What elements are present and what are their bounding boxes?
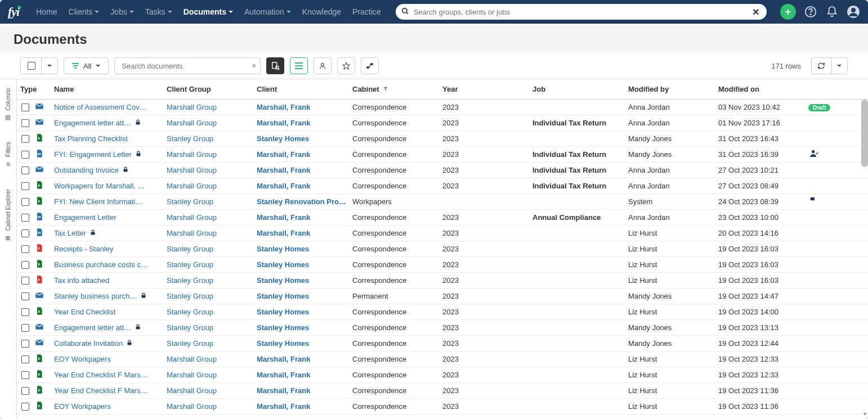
table-row[interactable]: XTax Planning ChecklistStanley GroupStan…: [17, 131, 868, 147]
rail-columns[interactable]: ⊞ Columns: [5, 85, 11, 125]
doc-name[interactable]: Year End Checklist F Mars…: [54, 371, 147, 379]
client-group[interactable]: Stanley Group: [167, 197, 257, 206]
table-row[interactable]: Engagement letter att…Stanley GroupStanl…: [17, 320, 868, 336]
nav-automation[interactable]: Automation: [239, 4, 297, 20]
row-checkbox[interactable]: [21, 198, 29, 206]
doc-name[interactable]: Collaborate Invitation: [54, 339, 123, 348]
client-group[interactable]: Marshall Group: [167, 119, 257, 127]
nav-documents[interactable]: Documents: [178, 4, 239, 20]
doc-name[interactable]: Engagement letter att…: [54, 119, 131, 127]
doc-name[interactable]: Year End Checklist: [54, 308, 115, 316]
rail-cabinet-explorer[interactable]: ≣ Cabinet Explorer: [5, 186, 11, 245]
client[interactable]: Stanley Homes: [257, 308, 352, 316]
table-row[interactable]: Outstanding InvoiceMarshall GroupMarshal…: [17, 163, 868, 178]
row-checkbox[interactable]: [21, 324, 29, 332]
client[interactable]: Stanley Homes: [257, 260, 352, 269]
notifications-icon[interactable]: [825, 5, 839, 19]
client-group[interactable]: Stanley Group: [167, 134, 257, 143]
client[interactable]: Marshall, Frank: [257, 103, 352, 111]
column-header[interactable]: Client Group: [167, 85, 257, 93]
favorite-filter-button[interactable]: [337, 57, 355, 74]
client-group[interactable]: Marshall Group: [167, 150, 257, 159]
global-search-input[interactable]: [396, 4, 767, 20]
doc-name[interactable]: Tax info attached: [54, 276, 109, 285]
help-icon[interactable]: [804, 5, 817, 19]
add-button[interactable]: +: [780, 4, 796, 20]
client[interactable]: Stanley Homes: [257, 323, 352, 332]
column-header[interactable]: Client: [257, 85, 352, 93]
table-row[interactable]: XFYI: New Client Informati…Stanley Group…: [17, 194, 868, 210]
scroll-down-button[interactable]: ▾: [861, 408, 868, 418]
column-header[interactable]: Year: [442, 85, 533, 93]
table-row[interactable]: PReceipts - StanleyStanley GroupStanley …: [17, 241, 868, 257]
table-row[interactable]: XYear End ChecklistStanley GroupStanley …: [17, 304, 868, 320]
row-checkbox[interactable]: [21, 371, 29, 379]
table-row[interactable]: WEngagement LetterMarshall GroupMarshall…: [17, 210, 868, 226]
doc-name[interactable]: Engagement letter att…: [54, 323, 131, 332]
column-header[interactable]: Modified on: [718, 85, 808, 93]
doc-name[interactable]: Business purchase costs c…: [54, 260, 148, 269]
table-row[interactable]: Stanley business purch…Stanley GroupStan…: [17, 289, 868, 304]
nav-knowledge[interactable]: Knowledge: [297, 4, 347, 20]
client-group[interactable]: Marshall Group: [167, 355, 257, 363]
client[interactable]: Stanley Homes: [257, 276, 352, 285]
table-row[interactable]: XEOY WorkpapersMarshall GroupMarshall, F…: [17, 352, 868, 367]
client-group[interactable]: Marshall Group: [167, 182, 257, 190]
column-header[interactable]: Modified by: [628, 85, 718, 93]
row-checkbox[interactable]: [21, 308, 29, 316]
select-all-checkbox[interactable]: [21, 58, 41, 74]
client-group[interactable]: Stanley Group: [167, 339, 257, 348]
column-header[interactable]: Cabinet: [352, 85, 442, 93]
client-group[interactable]: Marshall Group: [167, 103, 257, 111]
client-group[interactable]: Stanley Group: [167, 260, 257, 269]
client[interactable]: Marshall, Frank: [257, 182, 352, 190]
table-row[interactable]: Engagement letter att…Marshall GroupMars…: [17, 115, 868, 131]
row-checkbox[interactable]: [21, 229, 29, 237]
table-row[interactable]: XYear End Checklist F Mars…Marshall Grou…: [17, 367, 868, 383]
row-checkbox[interactable]: [21, 214, 29, 222]
row-checkbox[interactable]: [21, 387, 29, 395]
client[interactable]: Stanley Homes: [257, 339, 352, 348]
row-checkbox[interactable]: [21, 103, 29, 111]
user-avatar-icon[interactable]: [847, 5, 860, 19]
table-row[interactable]: XWorkpapers for Marshall, …Marshall Grou…: [17, 178, 868, 194]
client-group[interactable]: Stanley Group: [167, 276, 257, 285]
nav-tasks[interactable]: Tasks: [140, 4, 178, 20]
refresh-dropdown[interactable]: [831, 58, 847, 74]
table-row[interactable]: XEOY WorkpapersMarshall GroupMarshall, F…: [17, 399, 868, 415]
client-group[interactable]: Marshall Group: [167, 386, 257, 395]
client-group[interactable]: Stanley Group: [167, 245, 257, 253]
table-row[interactable]: WFYI: Engagement LetterMarshall GroupMar…: [17, 147, 868, 163]
client-group[interactable]: Stanley Group: [167, 323, 257, 332]
doc-name[interactable]: Tax Planning Checklist: [54, 134, 128, 143]
table-row[interactable]: Collaborate InvitationStanley GroupStanl…: [17, 336, 868, 352]
row-checkbox[interactable]: [21, 182, 29, 190]
doc-name[interactable]: Year End Checklist F Mars…: [54, 386, 147, 395]
export-button[interactable]: [361, 57, 379, 74]
client-group[interactable]: Marshall Group: [167, 229, 257, 237]
client[interactable]: Marshall, Frank: [257, 402, 352, 411]
client[interactable]: Marshall, Frank: [257, 371, 352, 379]
filter-dropdown[interactable]: All: [64, 57, 109, 74]
nav-home[interactable]: Home: [30, 4, 62, 20]
table-row[interactable]: XBusiness purchase costs c…Stanley Group…: [17, 257, 868, 273]
refresh-button[interactable]: [812, 58, 831, 74]
client-group[interactable]: Marshall Group: [167, 166, 257, 174]
row-checkbox[interactable]: [21, 340, 29, 348]
row-checkbox[interactable]: [21, 355, 29, 363]
client[interactable]: Marshall, Frank: [257, 150, 352, 159]
doc-name[interactable]: EOY Workpapers: [54, 355, 111, 363]
nav-practice[interactable]: Practice: [347, 4, 387, 20]
scrollbar-thumb[interactable]: [861, 100, 868, 167]
doc-name[interactable]: Outstanding Invoice: [54, 166, 119, 174]
client[interactable]: Stanley Renovation Projects: [257, 197, 352, 206]
select-all-dropdown[interactable]: [41, 58, 57, 74]
clear-search-icon[interactable]: ✕: [752, 7, 761, 16]
doc-name[interactable]: Notice of Assessment Cov…: [54, 103, 147, 111]
doc-name[interactable]: Receipts - Stanley: [54, 245, 114, 253]
doc-name[interactable]: Workpapers for Marshall, …: [54, 182, 145, 190]
client-group[interactable]: Marshall Group: [167, 371, 257, 379]
client-group[interactable]: Stanley Group: [167, 292, 257, 300]
clear-doc-search-icon[interactable]: ×: [252, 61, 256, 70]
row-checkbox[interactable]: [21, 403, 29, 411]
